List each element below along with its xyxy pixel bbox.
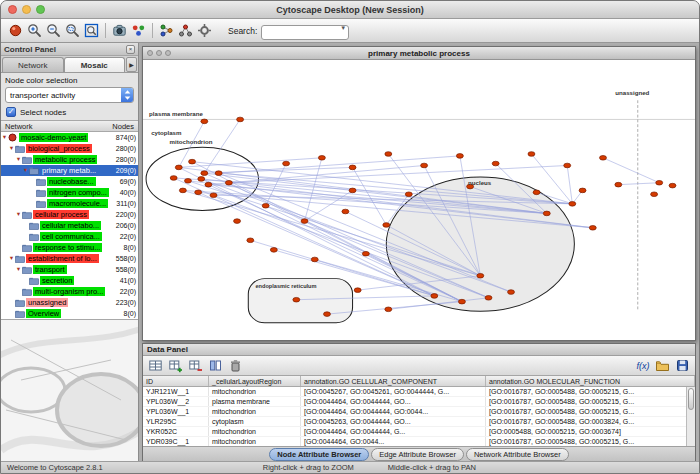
graph-node[interactable] [210,193,217,198]
tree-row[interactable]: response to stimu...8(0) [1,242,138,253]
tree-row[interactable]: ▼transport558(0) [1,264,138,275]
graph-node[interactable] [651,192,658,197]
graph-node[interactable] [170,176,177,181]
column-header[interactable]: annotation.GO MOLECULAR_FUNCTION [486,376,695,386]
graph-edge[interactable] [618,183,659,185]
column-header[interactable]: _cellularLayoutRegion [209,376,301,386]
graph-node[interactable] [262,203,269,208]
graph-node[interactable] [458,299,465,304]
graph-node[interactable] [318,156,325,161]
graph-node[interactable] [225,180,232,185]
close-window-button[interactable] [8,5,17,14]
tree-row[interactable]: secretion41(0) [1,275,138,286]
tab-network-attribute-browser[interactable]: Network Attribute Browser [466,448,569,461]
network-overview-thumbnail[interactable] [1,319,138,461]
table-row[interactable]: YKR052Cmitochondrion[GO:0044464, GO:0044… [143,427,695,437]
tree-header-nodes[interactable]: Nodes [112,122,134,131]
vizmapper-icon[interactable] [129,21,148,40]
snapshot-icon[interactable] [110,21,129,40]
graph-node[interactable] [311,257,318,262]
save-attributes-icon[interactable] [673,356,692,375]
tree-header-network[interactable]: Network [5,122,33,131]
disclosure-triangle-icon[interactable]: ▼ [1,135,8,141]
graph-node[interactable] [283,161,290,166]
graph-node[interactable] [385,307,392,312]
tab-mosaic[interactable]: Mosaic [64,57,126,72]
graph-node[interactable] [656,180,663,185]
search-input[interactable] [261,25,349,40]
disclosure-triangle-icon[interactable]: ▼ [15,267,22,273]
zoom-selected-region-icon[interactable] [63,21,82,40]
graph-node[interactable] [301,219,308,224]
graph-node[interactable] [543,211,550,216]
network-canvas[interactable]: plasma membranecytoplasmmitochondrionnuc… [143,60,695,340]
select-columns-icon[interactable] [206,356,225,375]
graph-node[interactable] [201,119,208,124]
graph-node[interactable] [528,152,535,157]
tree-row[interactable]: nitrogen compo...40(0) [1,187,138,198]
graph-node[interactable] [533,190,540,195]
graph-node[interactable] [431,294,438,299]
maximize-window-button[interactable] [36,5,45,14]
tab-network[interactable]: Network [2,57,64,72]
tree-row[interactable]: ▼biological_process280(0) [1,143,138,154]
graph-node[interactable] [205,182,212,187]
tree-row[interactable]: ▼establishment of lo...558(0) [1,253,138,264]
select-attributes-icon[interactable] [146,356,165,375]
table-row[interactable]: YLR295Ccytoplasm[GO:0045263, GO:0044444,… [143,417,695,427]
select-nodes-checkbox[interactable]: ✓ [6,107,16,117]
graph-node[interactable] [385,152,392,157]
graph-node[interactable] [362,251,369,256]
graph-node[interactable] [324,312,331,317]
tree-row[interactable]: nucleobase...69(0) [1,176,138,187]
graph-node[interactable] [485,296,492,301]
zoom-out-icon[interactable] [44,21,63,40]
search-dropdown-arrow-icon[interactable]: ▼ [340,25,346,31]
graph-node[interactable] [564,163,571,168]
delete-attribute-icon[interactable] [186,356,205,375]
graph-node[interactable] [456,154,463,159]
plugin-manager-icon[interactable] [195,21,214,40]
zoom-in-icon[interactable] [25,21,44,40]
clear-table-icon[interactable] [226,356,245,375]
tab-scroll-right-button[interactable]: ▶ [126,57,137,72]
graph-node[interactable] [293,297,300,302]
tab-edge-attribute-browser[interactable]: Edge Attribute Browser [371,448,464,461]
network-minimize-button[interactable] [156,50,162,56]
tree-row[interactable]: ▼primary metab...209(0) [1,165,138,176]
create-attribute-icon[interactable] [166,356,185,375]
graph-node[interactable] [349,165,356,170]
disclosure-triangle-icon[interactable]: ▼ [8,146,15,152]
graph-node[interactable] [201,171,208,176]
annotation-icon[interactable] [176,21,195,40]
zoom-fit-content-icon[interactable] [82,21,101,40]
tree-row[interactable]: Overview8(0) [1,308,138,319]
graph-node[interactable] [198,177,205,182]
graph-node[interactable] [405,192,412,197]
graph-node[interactable] [615,182,622,187]
graph-node[interactable] [579,188,586,193]
control-panel-close-button[interactable]: × [126,45,135,54]
tree-row[interactable]: cellular metabo...206(0) [1,220,138,231]
graph-edge[interactable] [353,167,387,225]
network-maximize-button[interactable] [165,50,171,56]
table-row[interactable]: YPL036W__2plasma membrane[GO:0044464, GO… [143,397,695,407]
formula-builder-icon[interactable]: f(x) [633,356,652,375]
graph-node[interactable] [179,188,186,193]
graph-node[interactable] [237,117,244,122]
graph-node[interactable] [175,165,182,170]
disclosure-triangle-icon[interactable]: ▼ [22,168,29,174]
network-overview-icon[interactable] [6,21,25,40]
column-header[interactable]: ID [143,376,209,386]
minimize-window-button[interactable] [22,5,31,14]
tab-node-attribute-browser[interactable]: Node Attribute Browser [269,448,369,461]
graph-node[interactable] [383,223,390,228]
graph-node[interactable] [185,179,192,184]
tree-row[interactable]: unassigned223(0) [1,297,138,308]
graph-node[interactable] [270,248,277,253]
tree-row[interactable]: ▼cellular process220(0) [1,209,138,220]
graph-node[interactable] [215,171,222,176]
tree-row[interactable]: cell communica...22(0) [1,231,138,242]
network-view-titlebar[interactable]: primary metabolic process [143,47,695,60]
column-header[interactable]: annotation.GO CELLULAR_COMPONENT [301,376,486,386]
